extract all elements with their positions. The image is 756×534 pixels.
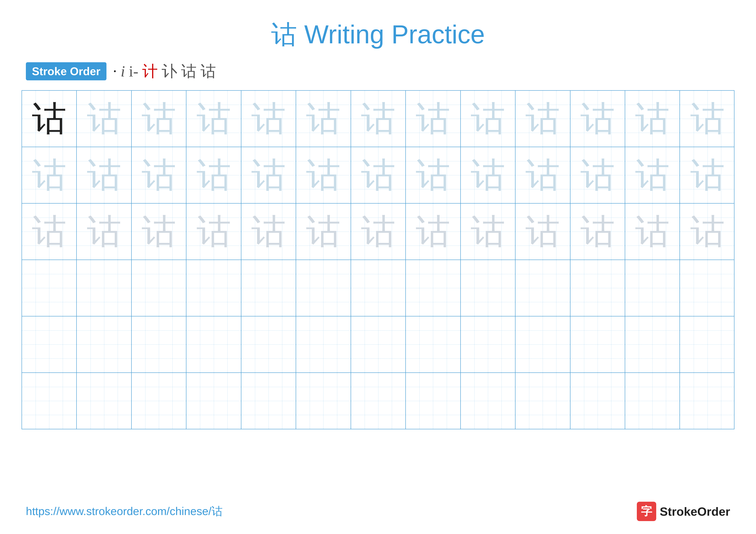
stroke-sequence: · i i- 计 讣 诂 诂 xyxy=(113,61,216,82)
cell-6-10[interactable] xyxy=(516,373,570,429)
cell-5-1[interactable] xyxy=(22,317,77,372)
cell-1-6[interactable]: 诂 xyxy=(296,91,351,147)
cell-4-6[interactable] xyxy=(296,260,351,316)
cell-5-6[interactable] xyxy=(296,317,351,372)
cell-2-4[interactable]: 诂 xyxy=(186,147,241,203)
cell-5-11[interactable] xyxy=(570,317,625,372)
cell-5-8[interactable] xyxy=(406,317,461,372)
cell-4-4[interactable] xyxy=(186,260,241,316)
char-display: 诂 xyxy=(526,101,560,136)
cell-6-1[interactable] xyxy=(22,373,77,429)
cell-6-9[interactable] xyxy=(461,373,516,429)
cell-4-5[interactable] xyxy=(241,260,296,316)
cell-6-13[interactable] xyxy=(680,373,735,429)
char-display: 诂 xyxy=(471,101,505,136)
cell-3-5[interactable]: 诂 xyxy=(241,204,296,260)
cell-5-7[interactable] xyxy=(351,317,406,372)
page-title: 诂 Writing Practice xyxy=(0,0,756,61)
cell-2-7[interactable]: 诂 xyxy=(351,147,406,203)
stroke-1: · xyxy=(113,63,117,80)
grid-row-5 xyxy=(22,317,734,373)
cell-4-9[interactable] xyxy=(461,260,516,316)
cell-4-8[interactable] xyxy=(406,260,461,316)
cell-3-6[interactable]: 诂 xyxy=(296,204,351,260)
cell-1-5[interactable]: 诂 xyxy=(241,91,296,147)
cell-2-10[interactable]: 诂 xyxy=(516,147,570,203)
footer: https://www.strokeorder.com/chinese/诂 字 … xyxy=(26,502,730,521)
cell-1-11[interactable]: 诂 xyxy=(570,91,625,147)
char-display: 诂 xyxy=(361,101,395,136)
cell-4-7[interactable] xyxy=(351,260,406,316)
cell-4-3[interactable] xyxy=(132,260,186,316)
cell-5-9[interactable] xyxy=(461,317,516,372)
cell-1-10[interactable]: 诂 xyxy=(516,91,570,147)
cell-6-5[interactable] xyxy=(241,373,296,429)
cell-1-13[interactable]: 诂 xyxy=(680,91,735,147)
cell-3-2[interactable]: 诂 xyxy=(77,204,131,260)
cell-5-10[interactable] xyxy=(516,317,570,372)
cell-6-8[interactable] xyxy=(406,373,461,429)
stroke-5: 讣 xyxy=(162,61,177,82)
footer-url[interactable]: https://www.strokeorder.com/chinese/诂 xyxy=(26,504,223,519)
grid-row-3: 诂 诂 诂 诂 诂 诂 诂 诂 诂 诂 诂 诂 诂 xyxy=(22,204,734,260)
cell-3-7[interactable]: 诂 xyxy=(351,204,406,260)
cell-4-10[interactable] xyxy=(516,260,570,316)
cell-5-5[interactable] xyxy=(241,317,296,372)
cell-4-12[interactable] xyxy=(625,260,680,316)
cell-6-4[interactable] xyxy=(186,373,241,429)
cell-2-12[interactable]: 诂 xyxy=(625,147,680,203)
cell-6-12[interactable] xyxy=(625,373,680,429)
cell-1-1[interactable]: 诂 xyxy=(22,91,77,147)
cell-2-2[interactable]: 诂 xyxy=(77,147,131,203)
cell-6-7[interactable] xyxy=(351,373,406,429)
char-display: 诂 xyxy=(635,158,670,192)
cell-1-7[interactable]: 诂 xyxy=(351,91,406,147)
cell-1-9[interactable]: 诂 xyxy=(461,91,516,147)
cell-5-12[interactable] xyxy=(625,317,680,372)
cell-3-11[interactable]: 诂 xyxy=(570,204,625,260)
cell-2-6[interactable]: 诂 xyxy=(296,147,351,203)
cell-3-10[interactable]: 诂 xyxy=(516,204,570,260)
cell-2-3[interactable]: 诂 xyxy=(132,147,186,203)
cell-2-13[interactable]: 诂 xyxy=(680,147,735,203)
cell-2-11[interactable]: 诂 xyxy=(570,147,625,203)
cell-6-11[interactable] xyxy=(570,373,625,429)
char-display: 诂 xyxy=(635,101,670,136)
cell-3-1[interactable]: 诂 xyxy=(22,204,77,260)
char-display: 诂 xyxy=(306,101,340,136)
cell-1-8[interactable]: 诂 xyxy=(406,91,461,147)
cell-3-13[interactable]: 诂 xyxy=(680,204,735,260)
cell-6-3[interactable] xyxy=(132,373,186,429)
cell-3-4[interactable]: 诂 xyxy=(186,204,241,260)
char-display: 诂 xyxy=(197,158,231,192)
cell-5-3[interactable] xyxy=(132,317,186,372)
cell-1-2[interactable]: 诂 xyxy=(77,91,131,147)
cell-4-13[interactable] xyxy=(680,260,735,316)
cell-4-11[interactable] xyxy=(570,260,625,316)
cell-4-1[interactable] xyxy=(22,260,77,316)
cell-5-4[interactable] xyxy=(186,317,241,372)
title-text: 诂 Writing Practice xyxy=(271,20,485,49)
cell-1-12[interactable]: 诂 xyxy=(625,91,680,147)
stroke-7: 诂 xyxy=(201,61,216,82)
char-display: 诂 xyxy=(142,158,176,192)
cell-6-2[interactable] xyxy=(77,373,131,429)
stroke-4: 计 xyxy=(142,61,158,82)
cell-3-9[interactable]: 诂 xyxy=(461,204,516,260)
char-display: 诂 xyxy=(690,101,725,136)
cell-2-5[interactable]: 诂 xyxy=(241,147,296,203)
cell-1-4[interactable]: 诂 xyxy=(186,91,241,147)
cell-1-3[interactable]: 诂 xyxy=(132,91,186,147)
char-display: 诂 xyxy=(87,158,121,192)
cell-5-13[interactable] xyxy=(680,317,735,372)
stroke-3: i- xyxy=(129,63,138,80)
cell-4-2[interactable] xyxy=(77,260,131,316)
cell-2-8[interactable]: 诂 xyxy=(406,147,461,203)
cell-3-3[interactable]: 诂 xyxy=(132,204,186,260)
cell-3-8[interactable]: 诂 xyxy=(406,204,461,260)
cell-3-12[interactable]: 诂 xyxy=(625,204,680,260)
cell-5-2[interactable] xyxy=(77,317,131,372)
cell-2-1[interactable]: 诂 xyxy=(22,147,77,203)
cell-6-6[interactable] xyxy=(296,373,351,429)
cell-2-9[interactable]: 诂 xyxy=(461,147,516,203)
